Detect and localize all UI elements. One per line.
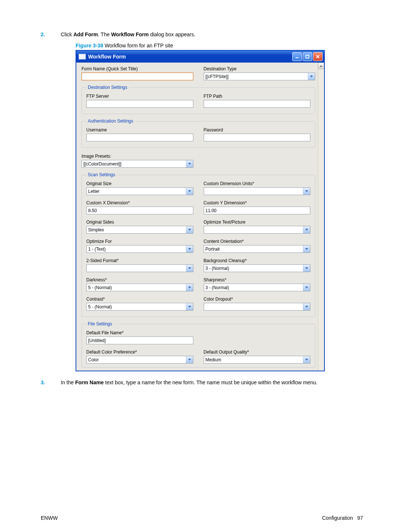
ftp-path-label: FTP Path — [204, 94, 311, 99]
step-text: In the Form Name text box, type a name f… — [61, 379, 363, 385]
username-field[interactable] — [86, 134, 193, 141]
scrollbar[interactable] — [318, 63, 324, 371]
background-cleanup-select[interactable]: 3 - (Normal) — [204, 264, 311, 272]
maximize-button[interactable] — [303, 52, 312, 61]
custom-dimension-units-label: Custom Dimension Units* — [204, 181, 311, 186]
chevron-down-icon — [186, 188, 193, 195]
destination-settings-group: Destination Settings FTP Server FTP Path — [81, 85, 315, 114]
step-2: 2. Click Add Form. The Workflow Form dia… — [41, 31, 363, 37]
page-footer: ENWW Configuration 97 — [41, 515, 363, 521]
step-number: 2. — [41, 31, 61, 37]
chevron-down-icon — [303, 265, 310, 272]
original-size-select[interactable]: Letter — [86, 187, 193, 195]
scroll-up-icon[interactable] — [318, 63, 324, 69]
original-size-label: Original Size — [86, 181, 193, 186]
minimize-button[interactable] — [292, 52, 302, 61]
username-label: Username — [86, 127, 193, 133]
chevron-down-icon — [303, 284, 310, 291]
destination-type-select[interactable]: [[cFTPSite]] — [204, 73, 316, 80]
password-field[interactable] — [204, 134, 311, 141]
sharpness-select[interactable]: 3 - (Normal) — [204, 284, 311, 291]
chevron-down-icon — [186, 265, 193, 272]
custom-y-label: Custom Y Dimension* — [204, 200, 311, 205]
step-3: 3. In the Form Name text box, type a nam… — [41, 379, 363, 385]
ftp-path-field[interactable] — [204, 100, 311, 108]
ftp-server-label: FTP Server — [86, 94, 193, 99]
darkness-select[interactable]: 5 - (Normal) — [86, 284, 193, 291]
destination-type-label: Destination Type — [204, 66, 316, 71]
form-name-label: Form Name (Quick Set Title) — [81, 66, 193, 71]
default-filename-field[interactable]: [Untitled] — [86, 337, 193, 344]
titlebar-buttons — [292, 52, 323, 61]
original-sides-label: Original Sides — [86, 220, 193, 225]
svg-rect-1 — [306, 55, 309, 58]
chevron-down-icon — [303, 245, 310, 252]
image-presets-label: Image Presets: — [81, 154, 193, 159]
screenshot-window: Workflow Form — [76, 50, 325, 371]
destination-settings-legend: Destination Settings — [86, 85, 129, 90]
chevron-down-icon — [303, 188, 310, 195]
content-orientation-label: Content Orientation* — [204, 239, 311, 244]
optimize-text-picture-select[interactable] — [204, 226, 311, 234]
custom-y-field[interactable]: 11.00 — [204, 207, 311, 214]
chevron-down-icon — [186, 284, 193, 291]
authentication-settings-legend: Authentication Settings — [86, 118, 135, 124]
default-color-preference-label: Default Color Preference* — [86, 349, 193, 355]
step-text: Click Add Form. The Workflow Form dialog… — [61, 31, 363, 37]
color-dropout-label: Color Dropout* — [204, 297, 311, 302]
scan-settings-legend: Scan Settings — [86, 172, 117, 177]
image-presets-select[interactable]: [[cColorDocument]] — [81, 160, 193, 168]
password-label: Password — [204, 127, 311, 133]
custom-x-field[interactable]: 8.50 — [86, 207, 193, 214]
optimize-for-label: Optimize For — [86, 239, 193, 244]
authentication-settings-group: Authentication Settings Username Passwor… — [81, 118, 315, 148]
file-settings-legend: File Settings — [86, 321, 114, 327]
custom-x-label: Custom X Dimension* — [86, 200, 193, 205]
form-name-field[interactable] — [81, 73, 193, 80]
chevron-down-icon — [186, 160, 193, 167]
contrast-label: Contrast* — [86, 297, 193, 302]
optimize-for-select[interactable]: 1 - (Text) — [86, 245, 193, 253]
two-sided-format-select[interactable] — [86, 264, 193, 272]
figure-caption: Figure 3-38 Workflow form for an FTP sit… — [76, 43, 363, 48]
optimize-text-picture-label: Optimize Text/Picture — [204, 220, 311, 225]
default-color-preference-select[interactable]: Color — [86, 356, 193, 364]
default-output-quality-label: Default Output Quality* — [204, 349, 311, 355]
maximize-icon — [306, 55, 309, 58]
footer-left: ENWW — [41, 515, 58, 521]
chevron-down-icon — [186, 356, 193, 363]
original-sides-select[interactable]: Simplex — [86, 226, 193, 234]
chevron-down-icon — [308, 73, 315, 80]
close-icon — [316, 55, 320, 58]
contrast-select[interactable]: 5 - (Normal) — [86, 303, 193, 311]
darkness-label: Darkness* — [86, 277, 193, 282]
client-area: Form Name (Quick Set Title) Destination … — [76, 63, 324, 371]
sharpness-label: Sharpness* — [204, 277, 311, 282]
titlebar: Workflow Form — [76, 51, 324, 63]
two-sided-format-label: 2-Sided Format* — [86, 258, 193, 263]
ftp-server-field[interactable] — [86, 100, 193, 108]
minimize-icon — [295, 55, 299, 58]
window-title: Workflow Form — [88, 54, 292, 60]
step-number: 3. — [41, 379, 61, 385]
chevron-down-icon — [303, 356, 310, 363]
app-icon — [79, 54, 86, 60]
content-orientation-select[interactable]: Portrait — [204, 245, 311, 253]
custom-dimension-units-select[interactable] — [204, 187, 311, 195]
default-output-quality-select[interactable]: Medium — [204, 356, 311, 364]
default-filename-label: Default File Name* — [86, 330, 193, 335]
chevron-down-icon — [186, 245, 193, 252]
scan-settings-group: Scan Settings Original Size Letter Custo… — [81, 172, 315, 317]
close-button[interactable] — [313, 52, 323, 61]
background-cleanup-label: Background Cleanup* — [204, 258, 311, 263]
svg-rect-0 — [296, 57, 299, 58]
footer-right: Configuration 97 — [322, 515, 363, 521]
color-dropout-select[interactable] — [204, 303, 311, 311]
chevron-down-icon — [186, 226, 193, 233]
chevron-down-icon — [303, 303, 310, 310]
chevron-down-icon — [186, 303, 193, 310]
chevron-down-icon — [303, 226, 310, 233]
file-settings-group: File Settings Default File Name* [Untitl… — [81, 321, 315, 368]
